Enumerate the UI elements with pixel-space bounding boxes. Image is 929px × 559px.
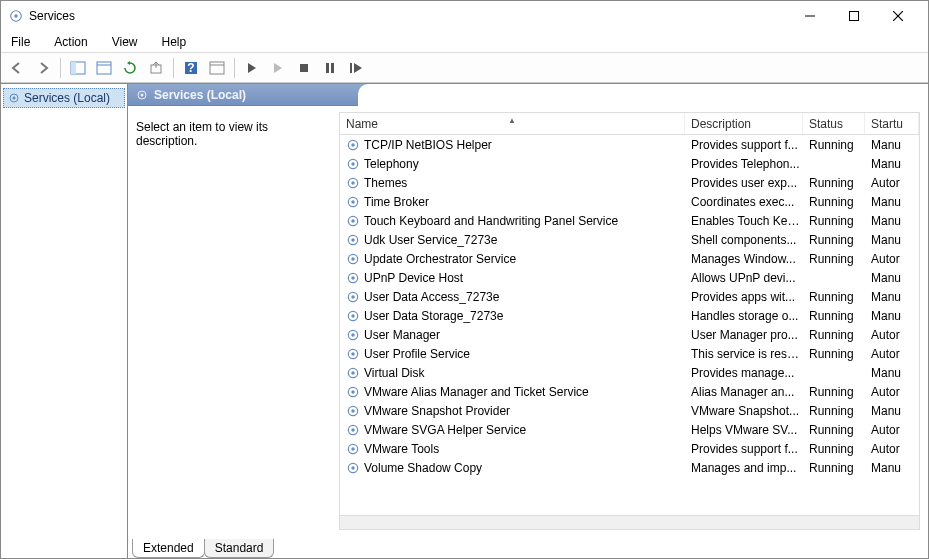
export-button[interactable] bbox=[144, 56, 168, 80]
properties-button[interactable] bbox=[92, 56, 116, 80]
service-row[interactable]: VMware Alias Manager and Ticket ServiceA… bbox=[340, 382, 919, 401]
service-startup-cell: Autor bbox=[867, 328, 917, 342]
service-name-cell: Volume Shadow Copy bbox=[342, 461, 687, 475]
svg-point-48 bbox=[351, 371, 355, 375]
details-pane: Services (Local) Select an item to view … bbox=[128, 84, 928, 558]
service-row[interactable]: User Profile ServiceThis service is resp… bbox=[340, 344, 919, 363]
service-row[interactable]: Touch Keyboard and Handwriting Panel Ser… bbox=[340, 211, 919, 230]
svg-point-1 bbox=[14, 14, 18, 18]
service-desc-cell: Manages and imp... bbox=[687, 461, 805, 475]
svg-point-44 bbox=[351, 333, 355, 337]
svg-text:?: ? bbox=[187, 61, 194, 75]
service-row[interactable]: User Data Access_7273eProvides apps wit.… bbox=[340, 287, 919, 306]
svg-point-36 bbox=[351, 257, 355, 261]
service-name-cell: Virtual Disk bbox=[342, 366, 687, 380]
gear-icon bbox=[346, 385, 360, 399]
svg-rect-7 bbox=[71, 62, 76, 74]
back-button[interactable] bbox=[5, 56, 29, 80]
service-row[interactable]: TelephonyProvides Telephon...Manu bbox=[340, 154, 919, 173]
service-name-cell: VMware Snapshot Provider bbox=[342, 404, 687, 418]
column-startup[interactable]: Startu bbox=[865, 113, 919, 134]
svg-point-32 bbox=[351, 219, 355, 223]
stop-service-button[interactable] bbox=[292, 56, 316, 80]
service-status-cell: Running bbox=[805, 233, 867, 247]
show-hide-tree-button[interactable] bbox=[66, 56, 90, 80]
description-column: Select an item to view its description. bbox=[136, 112, 331, 530]
properties2-button[interactable] bbox=[205, 56, 229, 80]
service-row[interactable]: User Data Storage_7273eHandles storage o… bbox=[340, 306, 919, 325]
minimize-button[interactable] bbox=[788, 2, 832, 30]
service-row[interactable]: VMware SVGA Helper ServiceHelps VMware S… bbox=[340, 420, 919, 439]
service-desc-cell: Shell components... bbox=[687, 233, 805, 247]
list-body[interactable]: TCP/IP NetBIOS HelperProvides support f.… bbox=[340, 135, 919, 515]
gear-icon bbox=[346, 423, 360, 437]
svg-point-38 bbox=[351, 276, 355, 280]
svg-rect-18 bbox=[350, 63, 352, 73]
titlebar: Services bbox=[1, 1, 928, 31]
svg-point-42 bbox=[351, 314, 355, 318]
tree-root-item[interactable]: Services (Local) bbox=[3, 88, 125, 108]
svg-point-24 bbox=[351, 143, 355, 147]
service-row[interactable]: ThemesProvides user exp...RunningAutor bbox=[340, 173, 919, 192]
svg-point-20 bbox=[13, 97, 16, 100]
service-row[interactable]: Volume Shadow CopyManages and imp...Runn… bbox=[340, 458, 919, 477]
column-description[interactable]: Description bbox=[685, 113, 803, 134]
service-row[interactable]: VMware Snapshot ProviderVMware Snapshot.… bbox=[340, 401, 919, 420]
service-name-cell: Update Orchestrator Service bbox=[342, 252, 687, 266]
services-list: Name ▲ Description Status Startu TCP/IP … bbox=[339, 112, 920, 530]
menubar: File Action View Help bbox=[1, 31, 928, 53]
service-startup-cell: Autor bbox=[867, 252, 917, 266]
refresh-button[interactable] bbox=[118, 56, 142, 80]
gear-icon bbox=[346, 404, 360, 418]
service-row[interactable]: UPnP Device HostAllows UPnP devi...Manu bbox=[340, 268, 919, 287]
tab-extended[interactable]: Extended bbox=[132, 539, 205, 558]
svg-point-50 bbox=[351, 390, 355, 394]
service-row[interactable]: TCP/IP NetBIOS HelperProvides support f.… bbox=[340, 135, 919, 154]
service-row[interactable]: Update Orchestrator ServiceManages Windo… bbox=[340, 249, 919, 268]
service-desc-cell: Provides user exp... bbox=[687, 176, 805, 190]
service-status-cell: Running bbox=[805, 214, 867, 228]
restart-service-button[interactable] bbox=[344, 56, 368, 80]
column-status[interactable]: Status bbox=[803, 113, 865, 134]
content-area: Services (Local) Services (Local) Select… bbox=[1, 83, 928, 558]
svg-point-26 bbox=[351, 162, 355, 166]
service-status-cell: Running bbox=[805, 404, 867, 418]
forward-button[interactable] bbox=[31, 56, 55, 80]
service-row[interactable]: Udk User Service_7273eShell components..… bbox=[340, 230, 919, 249]
service-name-cell: Touch Keyboard and Handwriting Panel Ser… bbox=[342, 214, 687, 228]
maximize-button[interactable] bbox=[832, 2, 876, 30]
service-status-cell: Running bbox=[805, 461, 867, 475]
pause-service-button[interactable] bbox=[318, 56, 342, 80]
panel-header: Services (Local) bbox=[128, 84, 928, 106]
horizontal-scrollbar[interactable] bbox=[340, 515, 919, 529]
service-row[interactable]: VMware ToolsProvides support f...Running… bbox=[340, 439, 919, 458]
help-button[interactable]: ? bbox=[179, 56, 203, 80]
menu-help[interactable]: Help bbox=[158, 33, 191, 51]
menu-file[interactable]: File bbox=[7, 33, 34, 51]
menu-view[interactable]: View bbox=[108, 33, 142, 51]
svg-point-56 bbox=[351, 447, 355, 451]
service-row[interactable]: Virtual DiskProvides manage...Manu bbox=[340, 363, 919, 382]
service-row[interactable]: Time BrokerCoordinates exec...RunningMan… bbox=[340, 192, 919, 211]
start-service-button[interactable] bbox=[240, 56, 264, 80]
tab-standard[interactable]: Standard bbox=[204, 539, 275, 558]
close-button[interactable] bbox=[876, 2, 920, 30]
service-startup-cell: Manu bbox=[867, 461, 917, 475]
gear-icon bbox=[346, 195, 360, 209]
service-row[interactable]: User ManagerUser Manager pro...RunningAu… bbox=[340, 325, 919, 344]
svg-point-30 bbox=[351, 200, 355, 204]
menu-action[interactable]: Action bbox=[50, 33, 91, 51]
service-name-cell: Time Broker bbox=[342, 195, 687, 209]
gear-icon bbox=[346, 138, 360, 152]
svg-rect-3 bbox=[850, 12, 859, 21]
column-name[interactable]: Name ▲ bbox=[340, 113, 685, 134]
service-startup-cell: Manu bbox=[867, 290, 917, 304]
service-startup-cell: Autor bbox=[867, 176, 917, 190]
svg-point-54 bbox=[351, 428, 355, 432]
svg-point-28 bbox=[351, 181, 355, 185]
service-name-cell: User Profile Service bbox=[342, 347, 687, 361]
service-name-cell: Telephony bbox=[342, 157, 687, 171]
service-startup-cell: Manu bbox=[867, 366, 917, 380]
service-name-cell: TCP/IP NetBIOS Helper bbox=[342, 138, 687, 152]
start-service-disabled-button[interactable] bbox=[266, 56, 290, 80]
